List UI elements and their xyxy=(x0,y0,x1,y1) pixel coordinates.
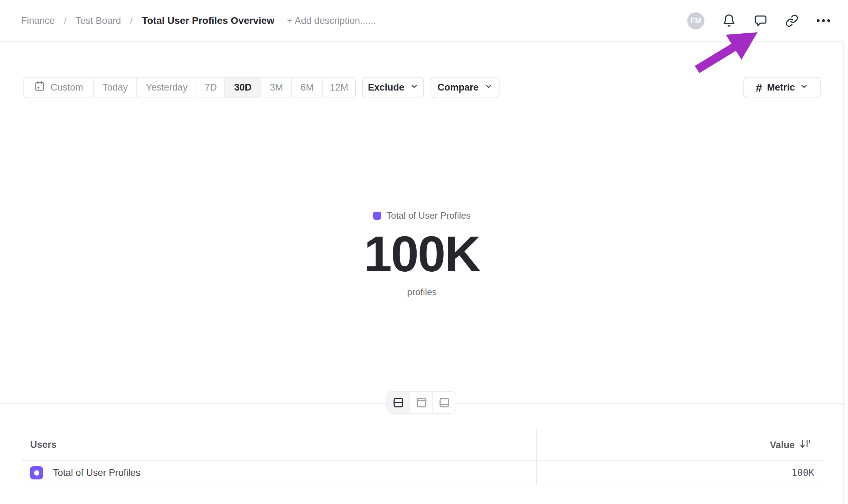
hash-icon: # xyxy=(756,82,762,93)
header-actions: FM xyxy=(687,12,831,29)
series-swatch-icon xyxy=(30,466,43,479)
exclude-dropdown[interactable]: Exclude xyxy=(362,77,424,98)
table-row[interactable]: Total of User Profiles xyxy=(30,464,140,482)
date-range-custom[interactable]: Custom xyxy=(24,78,94,98)
date-range-control: Custom Today Yesterday 7D 30D 3M 6M 12M xyxy=(23,77,356,98)
date-range-30d[interactable]: 30D xyxy=(225,78,261,98)
metric-value: 100K xyxy=(364,229,480,279)
chevron-down-icon xyxy=(410,82,418,93)
chart-view-icon xyxy=(416,397,428,409)
bell-icon xyxy=(722,14,736,28)
page-title[interactable]: Total User Profiles Overview xyxy=(142,15,274,26)
copy-link-button[interactable] xyxy=(785,14,799,27)
exclude-label: Exclude xyxy=(368,82,404,93)
metric-display: Total of User Profiles 100K profiles xyxy=(0,210,844,298)
date-range-label: Custom xyxy=(51,82,83,93)
metric-dropdown[interactable]: # Metric xyxy=(743,77,821,98)
add-description-button[interactable]: + Add description...... xyxy=(287,15,376,26)
table-view-icon xyxy=(438,397,450,409)
comment-icon xyxy=(754,14,768,28)
split-view-icon xyxy=(392,397,404,409)
comments-button[interactable] xyxy=(754,14,768,28)
chevron-down-icon xyxy=(800,82,808,93)
date-range-6m[interactable]: 6M xyxy=(292,78,323,98)
chevron-down-icon xyxy=(484,82,493,93)
more-options-button[interactable] xyxy=(816,19,831,23)
compare-label: Compare xyxy=(437,82,478,93)
compare-dropdown[interactable]: Compare xyxy=(431,77,499,98)
metric-label: Metric xyxy=(767,82,795,93)
breadcrumb-finance[interactable]: Finance xyxy=(21,15,55,26)
top-header: Finance / Test Board / Total User Profil… xyxy=(0,0,843,42)
breadcrumb-separator: / xyxy=(64,15,67,26)
date-range-12m[interactable]: 12M xyxy=(323,78,355,98)
sort-descending-icon xyxy=(800,439,811,452)
right-panel-edge xyxy=(843,42,844,504)
breadcrumb: Finance / Test Board / Total User Profil… xyxy=(21,15,376,26)
table-row-value: 100K xyxy=(791,467,814,478)
layout-table-view-button[interactable] xyxy=(433,392,456,413)
link-icon xyxy=(785,14,799,27)
date-range-3m[interactable]: 3M xyxy=(261,78,292,98)
more-icon xyxy=(816,19,831,23)
table-row-label: Total of User Profiles xyxy=(53,467,140,478)
date-range-today[interactable]: Today xyxy=(94,78,137,98)
breadcrumb-test-board[interactable]: Test Board xyxy=(76,15,121,26)
calendar-icon xyxy=(34,80,46,95)
layout-chart-view-button[interactable] xyxy=(410,392,433,413)
metric-unit: profiles xyxy=(407,287,437,298)
table-row-border xyxy=(21,460,823,461)
layout-split-view-button[interactable] xyxy=(387,392,410,413)
layout-toggle-group xyxy=(386,391,456,414)
board-page: Finance / Test Board / Total User Profil… xyxy=(0,0,848,504)
notifications-button[interactable] xyxy=(722,14,736,28)
legend: Total of User Profiles xyxy=(373,210,471,221)
legend-swatch xyxy=(373,212,381,220)
date-range-7d[interactable]: 7D xyxy=(197,78,225,98)
date-range-yesterday[interactable]: Yesterday xyxy=(137,78,197,98)
table-header-value[interactable]: Value xyxy=(770,439,811,452)
right-panel-divider xyxy=(844,71,848,71)
breadcrumb-separator: / xyxy=(130,15,133,26)
table-column-divider xyxy=(536,429,537,485)
legend-label: Total of User Profiles xyxy=(386,210,471,221)
table-row-border xyxy=(21,485,823,485)
table-header-users: Users xyxy=(30,439,57,450)
avatar[interactable]: FM xyxy=(687,12,704,29)
value-header-label: Value xyxy=(770,440,795,451)
